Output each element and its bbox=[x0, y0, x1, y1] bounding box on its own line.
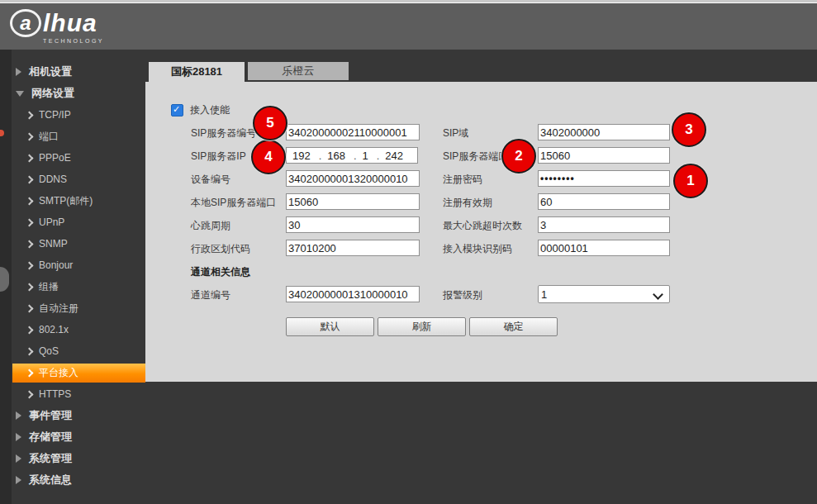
chevron-right-icon bbox=[26, 197, 34, 205]
chevron-right-icon bbox=[26, 390, 34, 398]
sidebar-item-platform-access[interactable]: 平台接入 bbox=[0, 362, 145, 383]
max-heartbeat-timeout-label: 最大心跳超时次数 bbox=[443, 219, 535, 233]
register-password-label: 注册密码 bbox=[443, 173, 535, 187]
chevron-right-icon bbox=[26, 283, 34, 291]
heartbeat-period-input[interactable] bbox=[286, 216, 420, 233]
enable-row: 接入使能 bbox=[171, 103, 230, 117]
chevron-right-icon bbox=[26, 154, 34, 162]
form-row: 心跳周期 最大心跳超时次数 bbox=[145, 216, 817, 235]
form-row: 本地SIP服务器端口 注册有效期 bbox=[145, 193, 817, 212]
chevron-right-icon bbox=[26, 326, 34, 334]
annotation-circle-4: 4 bbox=[251, 140, 286, 174]
sidebar-group-system-info[interactable]: 系统信息 bbox=[0, 469, 145, 491]
sidebar-item-snmp[interactable]: SNMP bbox=[0, 233, 145, 254]
sidebar-item-pppoe[interactable]: PPPoE bbox=[0, 147, 145, 169]
sidebar-group-storage-management[interactable]: 存储管理 bbox=[0, 426, 145, 448]
sidebar-item-tcpip[interactable]: TCP/IP bbox=[0, 104, 145, 126]
chevron-right-icon bbox=[26, 347, 34, 355]
heartbeat-period-label: 心跳周期 bbox=[191, 219, 283, 233]
sidebar-item-8021x[interactable]: 802.1x bbox=[0, 319, 145, 340]
sidebar-group-system-management[interactable]: 系统管理 bbox=[0, 448, 145, 469]
alarm-level-label: 报警级别 bbox=[443, 288, 535, 302]
default-button[interactable]: 默认 bbox=[286, 317, 374, 336]
channel-id-input[interactable] bbox=[286, 286, 420, 302]
sip-server-port-input[interactable] bbox=[538, 147, 670, 164]
form-row: SIP服务器编号 SIP域 bbox=[145, 124, 817, 142]
access-module-id-input[interactable] bbox=[538, 240, 670, 256]
chevron-right-icon bbox=[26, 304, 34, 312]
form-row: 设备编号 注册密码 bbox=[145, 170, 817, 188]
form-row: SIP服务器IP 192 168 1 242 SIP服务器端口 bbox=[145, 147, 817, 165]
alarm-level-select[interactable]: 1 bbox=[538, 285, 670, 303]
confirm-button[interactable]: 确定 bbox=[469, 317, 558, 336]
dahua-config-page: a lhua TECHNOLOGY 相机设置 网络设置 TCP/IP 端口 PP… bbox=[0, 0, 817, 504]
logo-text: lhua bbox=[43, 9, 97, 37]
chevron-right-icon bbox=[26, 261, 34, 269]
device-id-label: 设备编号 bbox=[191, 173, 283, 187]
register-password-input[interactable] bbox=[538, 170, 670, 187]
annotation-circle-1: 1 bbox=[673, 164, 708, 198]
chevron-right-icon bbox=[26, 240, 34, 248]
sidebar-item-port[interactable]: 端口 bbox=[0, 126, 145, 147]
max-heartbeat-timeout-input[interactable] bbox=[538, 216, 670, 233]
annotation-circle-2: 2 bbox=[501, 139, 536, 174]
form-row: 行政区划代码 接入模块识别码 bbox=[145, 240, 817, 258]
triangle-right-icon bbox=[16, 454, 21, 463]
sidebar-item-bonjour[interactable]: Bonjour bbox=[0, 254, 145, 276]
logo-subtext: TECHNOLOGY bbox=[43, 38, 104, 44]
local-sip-port-input[interactable] bbox=[286, 193, 420, 210]
gb28181-settings-panel: 接入使能 SIP服务器编号 SIP域 SIP服务器IP 192 168 1 24… bbox=[145, 82, 817, 382]
annotation-circle-3: 3 bbox=[672, 112, 706, 147]
sidebar-group-camera-settings[interactable]: 相机设置 bbox=[0, 61, 145, 83]
form-row: 通道编号 报警级别 1 bbox=[145, 286, 817, 304]
dahua-logo: a lhua TECHNOLOGY bbox=[10, 9, 104, 44]
sidebar-item-auto-register[interactable]: 自动注册 bbox=[0, 297, 145, 319]
local-sip-port-label: 本地SIP服务器端口 bbox=[191, 196, 283, 210]
enable-label: 接入使能 bbox=[190, 103, 230, 117]
refresh-button[interactable]: 刷新 bbox=[378, 317, 466, 336]
sidebar-item-ddns[interactable]: DDNS bbox=[0, 169, 145, 190]
channel-info-section-title: 通道相关信息 bbox=[191, 265, 250, 279]
triangle-right-icon bbox=[16, 411, 21, 420]
annotation-circle-5: 5 bbox=[253, 106, 287, 140]
triangle-down-icon bbox=[16, 91, 24, 97]
enable-checkbox[interactable] bbox=[171, 104, 183, 116]
sidebar-item-https[interactable]: HTTPS bbox=[0, 383, 145, 405]
chevron-right-icon bbox=[26, 175, 34, 183]
triangle-right-icon bbox=[16, 476, 21, 484]
chevron-right-icon bbox=[26, 218, 34, 226]
chevron-right-icon bbox=[26, 111, 34, 119]
device-id-input[interactable] bbox=[286, 170, 420, 187]
app-header: a lhua TECHNOLOGY bbox=[0, 3, 817, 50]
tab-lechange-cloud[interactable]: 乐橙云 bbox=[248, 62, 349, 80]
tab-gb28181[interactable]: 国标28181 bbox=[149, 62, 245, 82]
triangle-right-icon bbox=[16, 68, 21, 76]
channel-id-label: 通道编号 bbox=[191, 288, 283, 302]
sip-server-id-input[interactable] bbox=[286, 124, 420, 140]
sidebar-item-qos[interactable]: QoS bbox=[0, 340, 145, 362]
access-module-id-label: 接入模块识别码 bbox=[443, 242, 535, 256]
register-validity-label: 注册有效期 bbox=[443, 196, 535, 210]
admin-region-code-label: 行政区划代码 bbox=[191, 242, 283, 256]
register-validity-input[interactable] bbox=[538, 193, 670, 210]
sidebar-group-event-management[interactable]: 事件管理 bbox=[0, 405, 145, 426]
logo-a-ring-icon: a bbox=[10, 9, 41, 37]
sidebar-item-upnp[interactable]: UPnP bbox=[0, 212, 145, 233]
triangle-right-icon bbox=[16, 433, 21, 441]
sip-domain-input[interactable] bbox=[538, 124, 670, 140]
sidebar-item-smtp[interactable]: SMTP(邮件) bbox=[0, 190, 145, 212]
sidebar-item-multicast[interactable]: 组播 bbox=[0, 276, 145, 297]
sip-server-ip-input[interactable]: 192 168 1 242 bbox=[286, 147, 418, 164]
sidebar-group-network-settings[interactable]: 网络设置 bbox=[0, 83, 145, 104]
chevron-right-icon bbox=[26, 368, 34, 377]
admin-region-code-input[interactable] bbox=[286, 240, 420, 256]
chevron-right-icon bbox=[26, 132, 34, 140]
sidebar: 相机设置 网络设置 TCP/IP 端口 PPPoE DDNS SMTP(邮件) … bbox=[0, 50, 145, 491]
